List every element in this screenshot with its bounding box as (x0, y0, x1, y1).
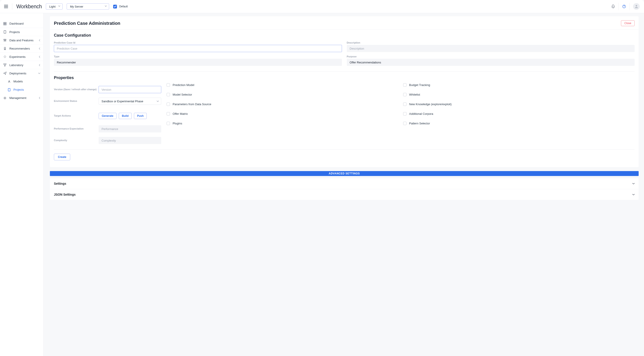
complexity-label: Complexity (54, 139, 98, 142)
description-label: Description (347, 41, 635, 44)
accordion-label: JSON Settings (54, 193, 76, 196)
sidebar-item-label: Laboratory (10, 63, 23, 67)
sidebar-item-data-and-features[interactable]: Data and Features (0, 36, 44, 44)
grid-icon (3, 22, 7, 25)
default-checkbox[interactable] (113, 5, 117, 8)
sidebar-item-label: Management (10, 96, 26, 100)
spark-icon (3, 55, 7, 58)
sidebar: Dashboard Projects Data and Features Rec… (0, 13, 44, 356)
sidebar-item-dashboard[interactable]: Dashboard (0, 19, 44, 28)
chevron-down-icon (157, 101, 159, 102)
sidebar-subitem-models[interactable]: Models (0, 77, 44, 86)
sidebar-item-experiments[interactable]: Experiments (0, 52, 44, 61)
env-select[interactable]: Sandbox or Experimental Phase (98, 98, 161, 105)
svg-point-13 (4, 98, 5, 99)
topbar: Workbench Light My Server Default (0, 0, 644, 13)
sidebar-item-recommenders[interactable]: Recommenders (0, 44, 44, 52)
cb-prediction-model[interactable]: Prediction Model (166, 83, 398, 87)
sidebar-item-projects[interactable]: Projects (0, 28, 44, 36)
theme-select-value: Light (49, 5, 56, 8)
chevron-left-icon (39, 56, 40, 58)
create-button[interactable]: Create (54, 154, 70, 160)
cb-params-from-ds[interactable]: Parameters from Data Source (166, 103, 398, 106)
version-label: Version (Save / refresh after change) (54, 88, 98, 91)
push-button[interactable]: Push (134, 113, 147, 119)
target-label: Target Actions (54, 114, 98, 118)
divider (12, 3, 12, 9)
purpose-label: Purpose (347, 55, 635, 58)
description-input[interactable] (347, 45, 635, 52)
server-select[interactable]: My Server (67, 3, 109, 9)
advanced-settings-bar[interactable]: ADVANCED SETTINGS (50, 171, 639, 176)
funnel-icon (3, 63, 7, 67)
chevron-down-icon (632, 194, 634, 195)
sidebar-subitem-projects[interactable]: Projects (0, 86, 44, 94)
generate-button[interactable]: Generate (98, 113, 116, 119)
chevron-left-icon (39, 39, 40, 41)
build-button[interactable]: Build (119, 113, 132, 119)
chevron-down-icon (58, 5, 60, 7)
svg-point-9 (5, 40, 5, 41)
sidebar-item-label: Data and Features (10, 39, 34, 42)
chevron-down-icon (632, 183, 634, 184)
page-title: Prediction Case Administration (54, 21, 120, 26)
accordion-json-settings[interactable]: JSON Settings (50, 189, 639, 200)
help-button[interactable] (618, 3, 629, 10)
sidebar-item-management[interactable]: Management (0, 94, 44, 102)
env-select-value: Sandbox or Experimental Phase (102, 100, 155, 103)
default-label: Default (119, 5, 128, 8)
svg-rect-12 (8, 88, 10, 91)
sidebar-item-label: Deployments (10, 72, 26, 75)
menu-icon[interactable] (4, 5, 8, 8)
theme-select[interactable]: Light (46, 3, 62, 9)
accordion-settings[interactable]: Settings (50, 178, 639, 189)
svg-rect-6 (5, 24, 6, 25)
sidebar-item-label: Dashboard (10, 22, 24, 25)
chevron-down-icon (105, 5, 107, 7)
avatar-button[interactable] (629, 3, 640, 10)
avatar-icon (633, 3, 640, 10)
performance-input[interactable] (98, 125, 161, 133)
cb-pattern-selector[interactable]: Pattern Selector (403, 122, 635, 125)
complexity-input[interactable] (98, 137, 161, 144)
properties-checkboxes: Prediction Model Budget Tracking Model S… (166, 82, 634, 144)
model-icon (8, 80, 11, 83)
properties-title: Properties (54, 75, 634, 80)
svg-point-11 (4, 47, 6, 49)
svg-rect-4 (5, 22, 6, 23)
notifications-button[interactable] (608, 3, 618, 10)
chevron-left-icon (39, 48, 40, 50)
svg-rect-5 (4, 24, 5, 25)
purpose-input[interactable] (347, 59, 635, 66)
cb-whitelist[interactable]: Whitelist (403, 93, 635, 96)
cb-plugins[interactable]: Plugins (166, 122, 398, 125)
brand-title: Workbench (16, 3, 42, 9)
case-config-title: Case Configuration (54, 33, 634, 38)
perf-label: Performance Expectation (54, 127, 98, 130)
send-icon (3, 71, 7, 75)
svg-point-2 (636, 5, 637, 6)
version-input[interactable] (98, 86, 161, 93)
chevron-left-icon (39, 64, 40, 66)
type-input[interactable] (54, 59, 342, 66)
sidebar-item-deployments[interactable]: Deployments (0, 69, 44, 77)
close-button[interactable]: Close (621, 20, 634, 26)
doc-icon (3, 30, 7, 34)
main-content: Prediction Case Administration Close Cas… (44, 13, 644, 356)
chevron-left-icon (39, 97, 40, 99)
sidebar-item-laboratory[interactable]: Laboratory (0, 61, 44, 69)
doc-icon (8, 88, 11, 91)
type-label: Type (54, 55, 342, 58)
svg-point-8 (4, 39, 4, 40)
chevron-down-icon (38, 73, 40, 74)
gear-icon (3, 96, 7, 100)
case-id-label: Prediction Case Id (54, 41, 342, 44)
env-label: Environment Status (54, 100, 98, 103)
case-id-input[interactable] (54, 45, 342, 52)
cb-budget-tracking[interactable]: Budget Tracking (403, 83, 635, 87)
cb-new-knowledge[interactable]: New Knowledge (explore/exploit) (403, 103, 635, 106)
sliders-icon (3, 38, 7, 42)
cb-additional-corpora[interactable]: Additional Corpora (403, 112, 635, 116)
cb-model-selector[interactable]: Model Selector (166, 93, 398, 96)
cb-offer-matrix[interactable]: Offer Matrix (166, 112, 398, 116)
